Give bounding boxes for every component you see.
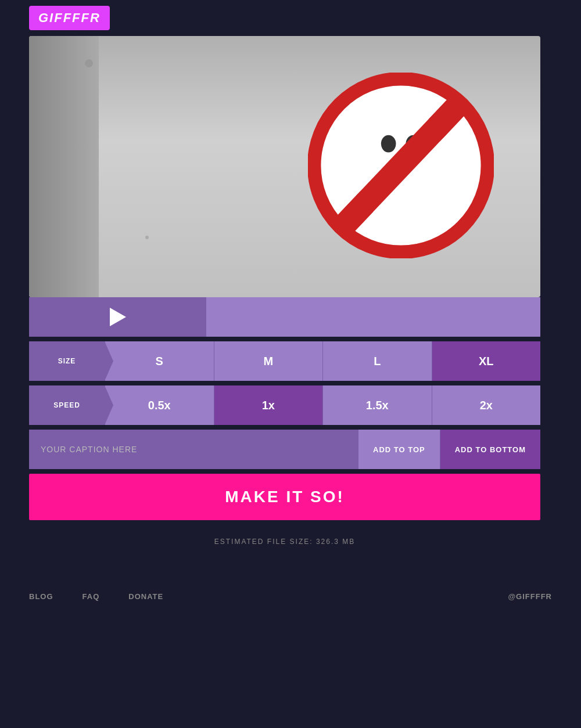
footer: BLOG FAQ DONATE @GIFFFFR bbox=[0, 569, 581, 624]
speed-row: SPEED 0.5x 1x 1.5x 2x bbox=[29, 385, 540, 425]
add-to-top-button[interactable]: ADD TO TOP bbox=[358, 430, 440, 469]
footer-link-faq[interactable]: FAQ bbox=[83, 592, 100, 601]
size-option-m[interactable]: M bbox=[214, 341, 323, 381]
size-label: SIZE bbox=[29, 341, 105, 381]
main-content: SIZE S M L XL SPEED 0.5x 1x 1.5x 2x bbox=[0, 36, 581, 546]
size-row: SIZE S M L XL bbox=[29, 341, 540, 381]
size-option-xl[interactable]: XL bbox=[432, 341, 541, 381]
gif-preview bbox=[29, 36, 540, 297]
footer-handle[interactable]: @GIFFFFR bbox=[508, 592, 552, 601]
play-icon bbox=[110, 308, 126, 326]
logo-text: GIFFFFR bbox=[38, 10, 101, 25]
caption-row: ADD TO TOP ADD TO BOTTOM bbox=[29, 430, 540, 469]
caption-input-wrap bbox=[29, 430, 358, 469]
speed-label: SPEED bbox=[29, 385, 105, 425]
ghostbusters-logo bbox=[308, 73, 494, 261]
header: GIFFFFR bbox=[0, 0, 581, 36]
door-knob bbox=[85, 59, 93, 67]
file-size-label: ESTIMATED FILE SIZE: 326.3 MB bbox=[29, 538, 540, 546]
size-option-l[interactable]: L bbox=[322, 341, 432, 381]
footer-link-donate[interactable]: DONATE bbox=[128, 592, 163, 601]
scene-dot bbox=[145, 236, 149, 239]
svg-point-6 bbox=[381, 135, 396, 153]
speed-option-1x[interactable]: 1x bbox=[214, 385, 323, 425]
controls-bar bbox=[29, 297, 540, 337]
play-button[interactable] bbox=[29, 297, 206, 337]
speed-option-2x[interactable]: 2x bbox=[432, 385, 541, 425]
progress-bar[interactable] bbox=[206, 297, 540, 337]
door-area bbox=[29, 36, 99, 297]
speed-option-0-5x[interactable]: 0.5x bbox=[105, 385, 214, 425]
footer-link-blog[interactable]: BLOG bbox=[29, 592, 53, 601]
make-it-so-button[interactable]: MAKE IT SO! bbox=[29, 474, 540, 520]
add-to-bottom-button[interactable]: ADD TO BOTTOM bbox=[440, 430, 540, 469]
caption-input[interactable] bbox=[41, 445, 346, 454]
logo[interactable]: GIFFFFR bbox=[29, 6, 110, 30]
speed-option-1-5x[interactable]: 1.5x bbox=[322, 385, 432, 425]
size-option-s[interactable]: S bbox=[105, 341, 214, 381]
make-it-so-label: MAKE IT SO! bbox=[225, 488, 345, 506]
